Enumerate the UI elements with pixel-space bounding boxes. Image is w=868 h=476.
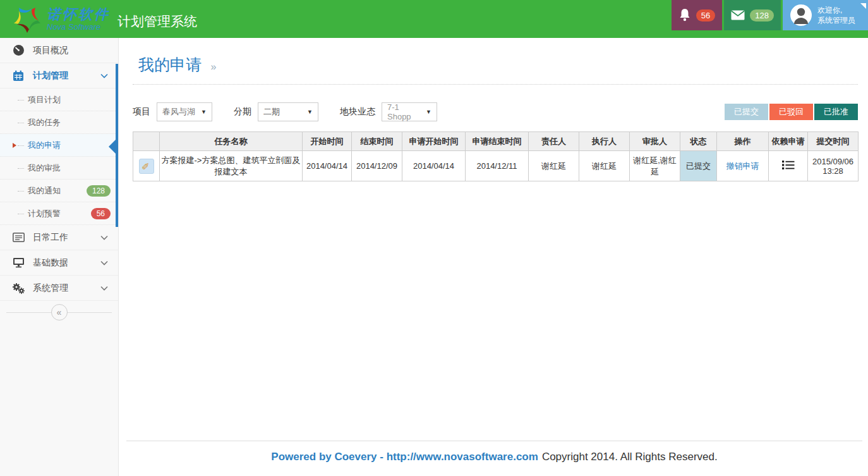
start-time-cell: 2014/04/14 — [303, 151, 352, 181]
legend-rejected-button[interactable]: 已驳回 — [769, 104, 813, 120]
powered-by-link[interactable]: Powered by Coevery - http://www.novasoft… — [271, 451, 538, 463]
edit-button[interactable]: ✎ — [139, 159, 154, 174]
task-name-cell: 方案报建->方案总图、建筑平立剖面及报建文本 — [160, 151, 303, 181]
sidebar-item-project-overview[interactable]: 项目概况 — [0, 38, 118, 63]
user-avatar-icon — [790, 4, 812, 27]
project-select[interactable]: 春风与湖 ▼ — [157, 102, 212, 121]
project-filter-label: 项目 — [133, 106, 150, 118]
sidebar-item-label: 我的审批 — [28, 162, 61, 174]
user-menu[interactable]: 欢迎你, 系统管理员 — [783, 0, 868, 30]
title-arrow-icon: » — [210, 61, 216, 72]
col-dependency: 依赖申请 — [769, 132, 808, 151]
brand: 诺怀软件 Nova Software — [11, 3, 110, 35]
gears-icon — [11, 283, 25, 294]
approver-cell: 谢红延,谢红延 — [630, 151, 680, 181]
warnings-count-badge: 56 — [91, 208, 111, 219]
notifications-button[interactable]: 56 — [672, 0, 722, 30]
active-item-marker-icon — [13, 143, 16, 148]
withdraw-application-link[interactable]: 撤销申请 — [726, 161, 759, 171]
title-divider — [133, 84, 858, 85]
calendar-icon — [11, 70, 25, 82]
sidebar-item-label: 我的通知 — [28, 185, 61, 197]
col-responsible: 责任人 — [529, 132, 579, 151]
dependency-list-button[interactable] — [782, 160, 795, 170]
chevron-down-icon — [100, 286, 108, 291]
plot-filter-label: 地块业态 — [340, 106, 375, 118]
messages-button[interactable]: 128 — [724, 0, 781, 30]
sidebar-item-basic-data[interactable]: 基础数据 — [0, 250, 118, 276]
sidebar: 项目概况 计划管理 项目计划 我的任务 我的申请 我的审批 — [0, 38, 119, 476]
executor-cell: 谢红延 — [579, 151, 630, 181]
status-badge: 已提交 — [680, 151, 717, 181]
notifications-count-badge: 128 — [87, 185, 111, 197]
plot-select-value: 7-1 Shopp — [387, 102, 422, 121]
phase-select[interactable]: 二期 ▼ — [258, 102, 318, 121]
apply-start-time-cell: 2014/04/14 — [402, 151, 466, 181]
sidebar-item-label: 项目计划 — [28, 94, 61, 106]
sidebar-item-my-approvals[interactable]: 我的审批 — [0, 157, 118, 180]
sidebar-item-system-management[interactable]: 系统管理 — [0, 276, 118, 301]
col-apply-start-time: 申请开始时间 — [402, 132, 466, 151]
page-footer: Powered by Coevery - http://www.novasoft… — [126, 441, 862, 476]
sidebar-item-project-plan[interactable]: 项目计划 — [0, 88, 118, 111]
pencil-icon: ✎ — [140, 162, 152, 170]
dropdown-caret-icon: ▼ — [201, 109, 207, 115]
phase-select-value: 二期 — [263, 106, 303, 118]
sidebar-collapse-button[interactable]: « — [51, 304, 68, 320]
page-title: 我的申请 — [138, 56, 202, 73]
sidebar-item-my-notifications[interactable]: 我的通知 128 — [0, 180, 118, 202]
welcome-text: 欢迎你, — [817, 5, 855, 15]
table-row: ✎ 方案报建->方案总图、建筑平立剖面及报建文本 2014/04/14 2014… — [133, 151, 859, 181]
project-select-value: 春风与湖 — [162, 106, 197, 118]
brand-name-en: Nova Software — [47, 23, 110, 31]
col-submit-time: 提交时间 — [808, 132, 859, 151]
app-header: 诺怀软件 Nova Software 计划管理系统 56 128 — [0, 0, 868, 38]
sidebar-item-my-tasks[interactable]: 我的任务 — [0, 111, 118, 134]
col-status: 状态 — [680, 132, 717, 151]
sidebar-item-label: 基础数据 — [33, 257, 68, 269]
applications-table: 任务名称 开始时间 结束时间 申请开始时间 申请结束时间 责任人 执行人 审批人… — [133, 131, 859, 181]
col-executor: 执行人 — [579, 132, 630, 151]
app-title: 计划管理系统 — [118, 13, 197, 30]
dropdown-caret-icon: ▼ — [426, 109, 431, 115]
sidebar-item-label: 日常工作 — [33, 232, 68, 243]
sidebar-item-daily-work[interactable]: 日常工作 — [0, 225, 118, 250]
brand-name-cn: 诺怀软件 — [47, 8, 110, 21]
message-count-badge: 128 — [750, 9, 774, 21]
user-name: 系统管理员 — [817, 15, 855, 25]
bell-icon — [678, 8, 691, 22]
plot-select[interactable]: 7-1 Shopp ▼ — [382, 102, 437, 121]
phase-filter-label: 分期 — [234, 106, 251, 118]
col-apply-end-time: 申请结束时间 — [466, 132, 529, 151]
col-start-time: 开始时间 — [303, 132, 352, 151]
responsible-cell: 谢红延 — [529, 151, 579, 181]
copyright-text: Copyright 2014. All Rights Reserved. — [542, 451, 718, 463]
list-icon — [11, 233, 25, 242]
chevron-down-icon — [100, 73, 108, 78]
sidebar-item-label: 我的任务 — [28, 117, 61, 128]
sidebar-collapse-row: « — [0, 301, 118, 324]
plan-management-submenu: 项目计划 我的任务 我的申请 我的审批 我的通知 128 计划预警 56 — [0, 88, 118, 225]
apply-end-time-cell: 2014/12/11 — [466, 151, 529, 181]
sidebar-item-label: 计划管理 — [33, 70, 68, 82]
sidebar-item-label: 项目概况 — [33, 45, 68, 56]
collapse-icon: « — [57, 307, 62, 317]
monitor-icon — [11, 257, 25, 268]
col-approver: 审批人 — [630, 132, 680, 151]
user-dropdown-caret-icon — [860, 3, 866, 9]
end-time-cell: 2014/12/09 — [352, 151, 402, 181]
col-task-name: 任务名称 — [160, 132, 303, 151]
edit-cell: ✎ — [133, 151, 160, 181]
legend-approved-button[interactable]: 已批准 — [814, 104, 858, 120]
col-end-time: 结束时间 — [352, 132, 402, 151]
list-details-icon — [782, 160, 795, 170]
sidebar-item-plan-management[interactable]: 计划管理 — [0, 63, 118, 88]
chevron-down-icon — [100, 235, 108, 240]
operation-cell: 撤销申请 — [717, 151, 769, 181]
sidebar-active-accent — [116, 64, 118, 227]
legend-submitted-button[interactable]: 已提交 — [725, 104, 768, 120]
sidebar-item-plan-warnings[interactable]: 计划预警 56 — [0, 202, 118, 225]
col-operation: 操作 — [717, 132, 769, 151]
notification-count-badge: 56 — [696, 9, 715, 21]
sidebar-item-my-applications[interactable]: 我的申请 — [0, 134, 118, 157]
